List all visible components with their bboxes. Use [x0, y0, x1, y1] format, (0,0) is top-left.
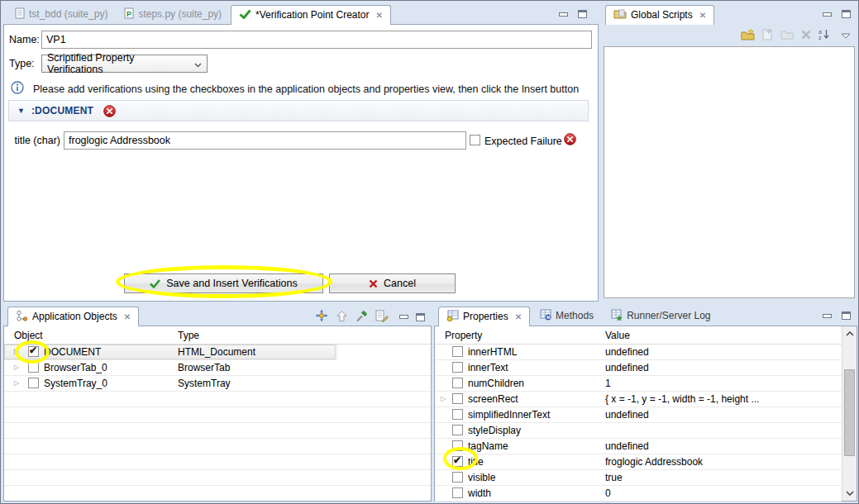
- row-checkbox[interactable]: [452, 393, 463, 404]
- table-row[interactable]: ▷ innerHTML undefined: [435, 345, 842, 360]
- close-icon[interactable]: ✕: [376, 11, 383, 20]
- maximize-icon[interactable]: [578, 10, 587, 18]
- row-checkbox[interactable]: [28, 362, 39, 373]
- scroll-up-icon[interactable]: [846, 328, 854, 340]
- row-checkbox[interactable]: [452, 362, 463, 373]
- close-icon[interactable]: ✕: [699, 11, 706, 20]
- row-checkbox[interactable]: [452, 456, 463, 467]
- table-row[interactable]: ▷ SystemTray_0 SystemTray: [4, 376, 431, 392]
- expander-icon[interactable]: ▷: [441, 395, 446, 402]
- table-row[interactable]: ▷ styleDisplay: [435, 423, 842, 439]
- table-row[interactable]: ▷ numChildren 1: [435, 376, 842, 392]
- minimize-icon[interactable]: [559, 12, 568, 17]
- vertical-scrollbar[interactable]: [842, 326, 857, 501]
- name-label: Name:: [9, 34, 40, 45]
- row-checkbox[interactable]: [452, 378, 463, 388]
- maximize-icon[interactable]: [842, 10, 851, 18]
- close-icon[interactable]: ✕: [124, 312, 131, 321]
- table-row[interactable]: ▷ innerText undefined: [435, 360, 842, 376]
- object-column-header[interactable]: Object: [14, 330, 43, 341]
- editor-tabbar: tst_bdd (suite_py) P steps.py (suite_py)…: [3, 2, 599, 24]
- expander-icon[interactable]: ▷: [14, 364, 19, 371]
- tab-tst-bdd[interactable]: tst_bdd (suite_py): [7, 4, 115, 24]
- tab-global-scripts[interactable]: Global Scripts ✕: [605, 5, 714, 25]
- cross-icon: [369, 279, 378, 288]
- chevron-down-icon: [194, 63, 202, 68]
- table-row[interactable]: ▷ title froglogic Addressbook: [435, 454, 842, 470]
- application-objects-table: Object Type ▷ DOCUMENT HTML_Document ▷ B…: [3, 326, 432, 502]
- scrollbar-thumb[interactable]: [844, 369, 855, 456]
- object-cell: DOCUMENT: [44, 346, 101, 358]
- type-label: Type:: [9, 58, 35, 69]
- close-icon[interactable]: ✕: [515, 312, 522, 321]
- table-row[interactable]: ▷ BrowserTab_0 BrowserTab: [4, 360, 431, 376]
- type-column-header[interactable]: Type: [178, 330, 199, 341]
- name-input[interactable]: VP1: [41, 31, 592, 49]
- sort-az-icon[interactable]: az: [818, 28, 830, 43]
- global-scripts-panel: Global Scripts ✕ az: [601, 2, 857, 302]
- property-cell: numChildren: [468, 378, 524, 389]
- maximize-icon[interactable]: [842, 311, 851, 320]
- table-row[interactable]: ▷ DOCUMENT HTML_Document: [4, 345, 336, 360]
- verification-value-input[interactable]: froglogic Addressbook: [64, 131, 466, 150]
- row-checkbox[interactable]: [28, 346, 39, 357]
- tab-application-objects[interactable]: Application Objects ✕: [7, 307, 139, 326]
- tab-methods[interactable]: M Methods: [532, 306, 601, 326]
- remove-verification-icon[interactable]: [564, 133, 576, 148]
- empty-rows: [4, 392, 431, 501]
- expected-failure-checkbox[interactable]: [470, 135, 480, 145]
- minimize-icon[interactable]: [399, 315, 408, 319]
- object-picker-icon[interactable]: [315, 309, 328, 325]
- property-column-header[interactable]: Property: [445, 330, 482, 341]
- check-icon: [239, 9, 251, 21]
- new-script-icon[interactable]: [762, 28, 773, 43]
- table-row[interactable]: ▷ width 0: [435, 486, 842, 502]
- maximize-icon[interactable]: [416, 313, 425, 321]
- collapse-triangle-icon[interactable]: ▼: [17, 107, 25, 115]
- expander-icon[interactable]: ▷: [14, 348, 19, 355]
- tab-steps-py[interactable]: P steps.py (suite_py): [117, 4, 229, 24]
- value-cell: 1: [605, 378, 611, 389]
- up-arrow-icon[interactable]: [336, 310, 348, 325]
- view-menu-icon[interactable]: [841, 30, 851, 41]
- expander-icon[interactable]: ▷: [14, 379, 19, 387]
- new-global-folder-icon[interactable]: [741, 28, 755, 43]
- delete-icon[interactable]: [801, 30, 811, 42]
- table-header: Object Type: [4, 326, 431, 345]
- table-row[interactable]: ▷ simplifiedInnerText undefined: [435, 407, 842, 423]
- value-column-header[interactable]: Value: [605, 330, 630, 341]
- eyedropper-icon[interactable]: [356, 310, 368, 325]
- tab-label: *Verification Point Creator: [255, 9, 369, 21]
- cancel-button[interactable]: Cancel: [329, 273, 456, 293]
- property-cell: innerText: [468, 362, 508, 373]
- row-checkbox[interactable]: [452, 425, 463, 435]
- edit-object-icon[interactable]: [375, 310, 389, 325]
- row-checkbox[interactable]: [452, 440, 463, 451]
- minimize-icon[interactable]: [823, 12, 832, 17]
- remove-section-icon[interactable]: [103, 105, 116, 117]
- document-section-header[interactable]: ▼ :DOCUMENT: [8, 100, 589, 121]
- row-checkbox[interactable]: [452, 487, 463, 498]
- tab-runner-server-log[interactable]: Runner/Server Log: [603, 306, 718, 326]
- row-checkbox[interactable]: [452, 472, 463, 483]
- table-row[interactable]: ▷ tagName undefined: [435, 439, 842, 454]
- application-objects-tabbar: Application Objects ✕: [3, 304, 432, 326]
- table-row[interactable]: ▷ screenRect { x = -1, y = -1, width = -…: [435, 392, 842, 407]
- tab-label: Methods: [556, 310, 594, 321]
- type-select[interactable]: Scriptified Property Verifications: [41, 55, 208, 73]
- property-cell: width: [468, 487, 491, 499]
- row-checkbox[interactable]: [452, 409, 463, 420]
- row-checkbox[interactable]: [28, 378, 39, 388]
- scroll-down-icon[interactable]: [846, 487, 854, 499]
- table-row[interactable]: ▷ visible true: [435, 470, 842, 486]
- save-button[interactable]: Save and Insert Verifications: [124, 273, 323, 293]
- row-checkbox[interactable]: [452, 346, 463, 357]
- tab-properties[interactable]: Properties ✕: [438, 307, 530, 326]
- tab-verification-point-creator[interactable]: *Verification Point Creator ✕: [231, 5, 391, 25]
- minimize-icon[interactable]: [823, 314, 832, 318]
- new-folder-icon[interactable]: [780, 29, 794, 42]
- tab-label: Global Scripts: [631, 9, 693, 21]
- svg-text:P: P: [126, 10, 131, 18]
- global-scripts-content[interactable]: [604, 46, 855, 298]
- global-scripts-tabbar: Global Scripts ✕: [601, 2, 857, 24]
